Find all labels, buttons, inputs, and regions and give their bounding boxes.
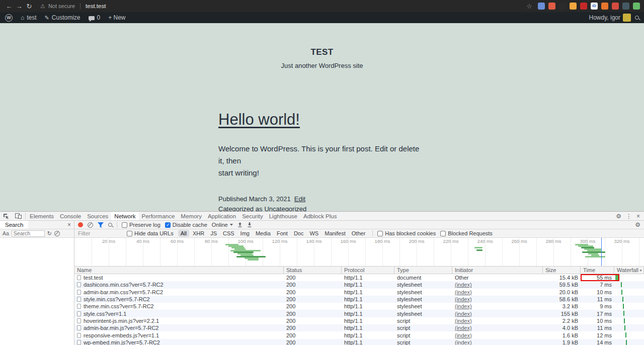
extension-icon[interactable] <box>601 3 608 10</box>
close-search-icon[interactable]: × <box>64 221 74 228</box>
refresh-search-icon[interactable]: ↻ <box>47 230 52 237</box>
column-header-protocol[interactable]: Protocol <box>342 267 394 274</box>
tab-console[interactable]: Console <box>57 212 84 220</box>
throttling-select[interactable]: Online <box>212 222 233 228</box>
tab-adblock-plus[interactable]: Adblock Plus <box>300 212 340 220</box>
site-name-menu[interactable]: ⌂ test <box>21 14 37 21</box>
filter-pill-img[interactable]: Img <box>238 230 252 237</box>
comments-menu[interactable]: 0 <box>89 14 101 21</box>
clear-log-icon[interactable] <box>88 222 93 228</box>
initiator-link[interactable]: (index) <box>455 332 472 338</box>
has-blocked-cookies-checkbox[interactable]: Has blocked cookies <box>377 230 436 236</box>
extension-icon[interactable] <box>622 3 629 10</box>
filter-funnel-icon[interactable] <box>98 222 104 228</box>
customize-menu[interactable]: ✎ Customize <box>45 14 80 21</box>
search-input[interactable] <box>12 230 45 237</box>
table-row[interactable]: wp-embed.min.js?ver=5.7-RC2200http/1.1sc… <box>74 339 644 345</box>
filter-input[interactable] <box>78 230 122 236</box>
tab-sources[interactable]: Sources <box>84 212 111 220</box>
column-header-name[interactable]: Name <box>74 267 284 274</box>
tab-memory[interactable]: Memory <box>178 212 205 220</box>
bookmark-star-icon[interactable]: ☆ <box>526 3 532 10</box>
extension-icon[interactable] <box>559 3 566 10</box>
table-row[interactable]: test.test200http/1.1documentOther15.4 kB… <box>74 274 644 281</box>
filter-pill-xhr[interactable]: XHR <box>190 230 207 237</box>
site-title[interactable]: TEST <box>0 47 644 57</box>
extension-icon[interactable] <box>580 3 587 10</box>
tab-elements[interactable]: Elements <box>27 212 57 220</box>
match-case-toggle[interactable]: Aa <box>3 230 9 236</box>
my-account-menu[interactable]: Howdy, igor <box>589 14 631 22</box>
table-row[interactable]: responsive-embeds.js?ver=1.1200http/1.1s… <box>74 331 644 338</box>
column-header-initiator[interactable]: Initiator <box>452 267 543 274</box>
initiator-link[interactable]: (index) <box>455 303 472 309</box>
record-icon[interactable] <box>78 222 83 227</box>
table-row[interactable]: theme.min.css?ver=5.7-RC2200http/1.1styl… <box>74 303 644 310</box>
url-text[interactable]: test.test <box>86 3 106 9</box>
address-bar[interactable]: ⚠ Not secure test.test <box>40 3 106 10</box>
column-header-time[interactable]: Time <box>581 267 614 274</box>
filter-pill-ws[interactable]: WS <box>307 230 321 237</box>
table-row[interactable]: admin-bar.min.css?ver=5.7-RC2200http/1.1… <box>74 289 644 296</box>
column-header-status[interactable]: Status <box>284 267 342 274</box>
initiator-link[interactable]: (index) <box>455 339 472 345</box>
table-row[interactable]: style.css?ver=1.1200http/1.1stylesheet(i… <box>74 310 644 317</box>
edit-link[interactable]: Edit <box>294 195 305 203</box>
wp-logo-menu[interactable]: W <box>5 14 13 22</box>
back-icon[interactable]: ← <box>4 3 14 10</box>
tab-network[interactable]: Network <box>111 212 138 220</box>
table-row[interactable]: admin-bar.min.js?ver=5.7-RC2200http/1.1s… <box>74 324 644 331</box>
preserve-log-checkbox[interactable]: Preserve log <box>122 222 160 228</box>
scrollbar-up-icon[interactable]: ▲ <box>639 268 642 272</box>
device-toolbar-icon[interactable] <box>12 212 24 220</box>
filter-pill-other[interactable]: Other <box>349 230 368 237</box>
tab-search[interactable]: Search <box>0 221 28 229</box>
refresh-icon[interactable]: ↻ <box>24 3 34 10</box>
network-overview-timeline[interactable]: 20 ms40 ms60 ms80 ms100 ms120 ms140 ms16… <box>74 238 644 267</box>
extension-icon[interactable] <box>548 3 555 10</box>
inspect-element-icon[interactable] <box>0 212 12 220</box>
initiator-link[interactable]: (index) <box>455 325 472 331</box>
tab-security[interactable]: Security <box>239 212 266 220</box>
new-content-menu[interactable]: + New <box>108 14 125 21</box>
extension-icon[interactable] <box>538 3 545 10</box>
tab-lighthouse[interactable]: Lighthouse <box>266 212 300 220</box>
post-title-link[interactable]: Hello world! <box>218 111 300 129</box>
filter-pill-all[interactable]: All <box>178 230 189 237</box>
filter-pill-media[interactable]: Media <box>253 230 273 237</box>
more-options-icon[interactable]: ⋮ <box>624 213 633 220</box>
initiator-link[interactable]: (index) <box>455 318 472 324</box>
hide-data-urls-checkbox[interactable]: Hide data URLs <box>127 230 174 236</box>
column-header-size[interactable]: Size <box>543 267 581 274</box>
initiator-link[interactable]: (index) <box>455 311 472 317</box>
admin-search-icon[interactable] <box>635 16 639 20</box>
extension-icon[interactable]: iD <box>591 3 598 10</box>
blocked-requests-checkbox[interactable]: Blocked Requests <box>440 230 493 236</box>
filter-pill-css[interactable]: CSS <box>220 230 237 237</box>
initiator-link[interactable]: (index) <box>455 282 472 288</box>
initiator-link[interactable]: (index) <box>455 296 472 302</box>
clear-search-icon[interactable] <box>54 231 60 236</box>
filter-pill-font[interactable]: Font <box>274 230 290 237</box>
disable-cache-checkbox[interactable]: Disable cache <box>165 222 207 228</box>
close-devtools-icon[interactable]: × <box>635 213 641 220</box>
initiator-link[interactable]: (index) <box>455 289 472 295</box>
filter-pill-manifest[interactable]: Manifest <box>322 230 348 237</box>
table-row[interactable]: style.min.css?ver=5.7-RC2200http/1.1styl… <box>74 296 644 303</box>
table-row[interactable]: dashicons.min.css?ver=5.7-RC2200http/1.1… <box>74 281 644 288</box>
export-har-icon[interactable] <box>247 222 252 227</box>
network-settings-gear-icon[interactable]: ⚙ <box>635 221 640 228</box>
forward-icon[interactable]: → <box>14 3 24 10</box>
extension-icon[interactable] <box>570 3 577 10</box>
table-row[interactable]: hoverintent-js.min.js?ver=2.2.1200http/1… <box>74 317 644 324</box>
column-header-waterfall[interactable]: Waterfall▲ <box>614 267 644 274</box>
import-har-icon[interactable] <box>237 222 243 227</box>
tab-performance[interactable]: Performance <box>139 212 178 220</box>
filter-pill-js[interactable]: JS <box>208 230 219 237</box>
filter-pill-doc[interactable]: Doc <box>291 230 306 237</box>
settings-gear-icon[interactable]: ⚙ <box>614 213 623 220</box>
extension-icon[interactable] <box>612 3 619 10</box>
column-header-type[interactable]: Type <box>394 267 452 274</box>
search-network-icon[interactable] <box>108 223 112 227</box>
extension-icon[interactable] <box>633 3 640 10</box>
